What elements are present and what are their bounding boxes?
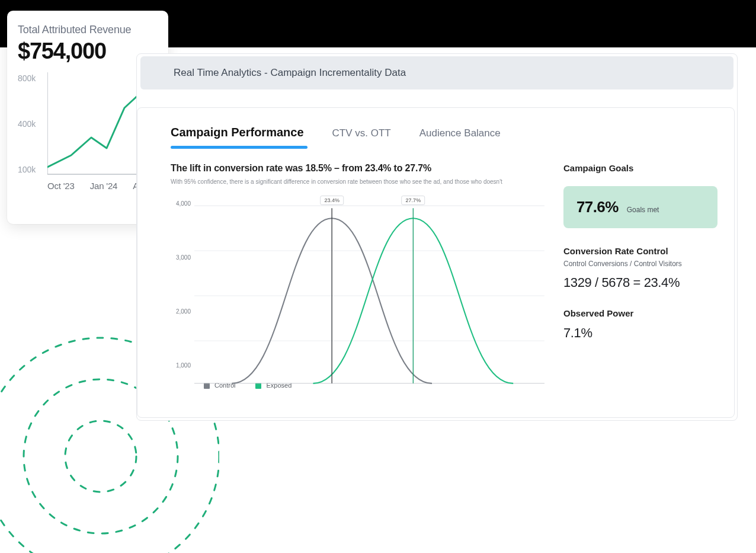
lift-subline: With 95% confidence, there is a signific… [171, 178, 549, 185]
peak-label-control: 23.4% [320, 196, 344, 205]
power-value: 7.1% [563, 325, 717, 341]
revenue-label: Total Attributed Revenue [18, 24, 158, 36]
observed-power-block: Observed Power 7.1% [563, 308, 717, 341]
goals-percent: 77.6% [576, 198, 619, 216]
svg-point-2 [65, 421, 136, 492]
dist-ytick: 3,000 [171, 254, 191, 261]
tab-campaign-performance[interactable]: Campaign Performance [171, 126, 304, 139]
tab-audience-balance[interactable]: Audience Balance [419, 127, 501, 139]
crc-value: 1329 / 5678 = 23.4% [563, 275, 717, 290]
campaign-goals-heading: Campaign Goals [563, 163, 717, 173]
tabs: Campaign Performance CTV vs. OTT Audienc… [137, 108, 734, 139]
crc-title: Conversion Rate Control [563, 246, 717, 256]
hero-ytick: 400k [18, 119, 43, 129]
panel-header: Real Time Analytics - Campaign Increment… [140, 56, 733, 89]
conversion-rate-control-block: Conversion Rate Control Control Conversi… [563, 246, 717, 290]
goals-label: Goals met [627, 206, 659, 214]
peak-label-exposed: 27.7% [402, 196, 425, 205]
tab-ctv-vs-ott[interactable]: CTV vs. OTT [332, 127, 391, 139]
dist-ytick: 1,000 [171, 362, 191, 369]
content-card: Campaign Performance CTV vs. OTT Audienc… [137, 107, 735, 418]
hero-ytick: 800k [18, 73, 43, 83]
distribution-chart: 4,000 3,000 2,000 1,000 [171, 193, 549, 377]
dist-ytick: 4,000 [171, 200, 191, 207]
dist-ytick: 2,000 [171, 308, 191, 315]
hero-xtick: Jan '24 [90, 181, 118, 191]
hero-xtick: Oct '23 [47, 181, 75, 191]
hero-ytick: 100k [18, 165, 43, 174]
analytics-panel: Real Time Analytics - Campaign Increment… [136, 53, 738, 421]
crc-sub: Control Conversions / Control Visitors [563, 260, 717, 268]
power-title: Observed Power [563, 308, 717, 318]
goals-box: 77.6% Goals met [563, 186, 717, 228]
lift-headline: The lift in conversion rate was 18.5% – … [171, 163, 549, 174]
